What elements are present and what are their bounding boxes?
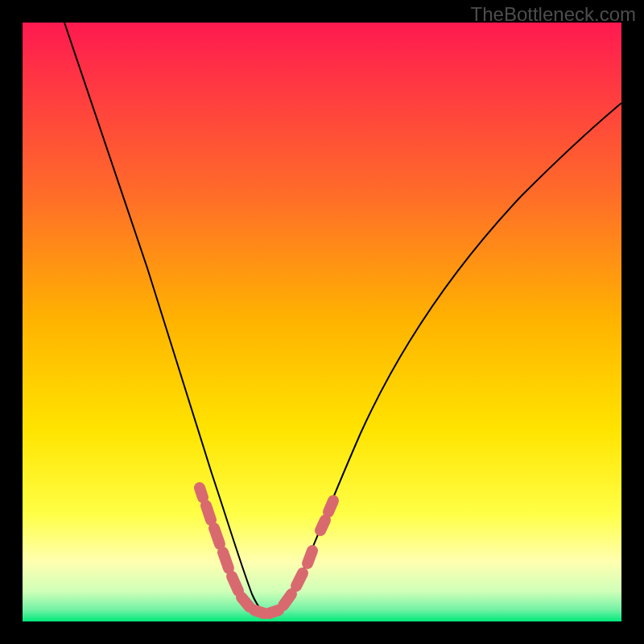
chart-plot [23, 23, 621, 621]
svg-line-10 [308, 551, 312, 564]
svg-line-6 [254, 610, 264, 613]
chart-frame: TheBottleneck.com [0, 0, 644, 644]
svg-line-8 [283, 594, 291, 605]
svg-line-0 [200, 488, 203, 497]
svg-line-5 [242, 597, 250, 607]
svg-line-12 [328, 501, 333, 512]
svg-line-11 [320, 520, 325, 530]
svg-line-1 [206, 506, 211, 520]
svg-line-3 [223, 552, 229, 568]
svg-line-9 [296, 573, 303, 586]
watermark-text: TheBottleneck.com [471, 3, 636, 26]
svg-line-2 [214, 528, 220, 544]
svg-line-7 [269, 610, 279, 613]
svg-line-4 [232, 576, 238, 591]
